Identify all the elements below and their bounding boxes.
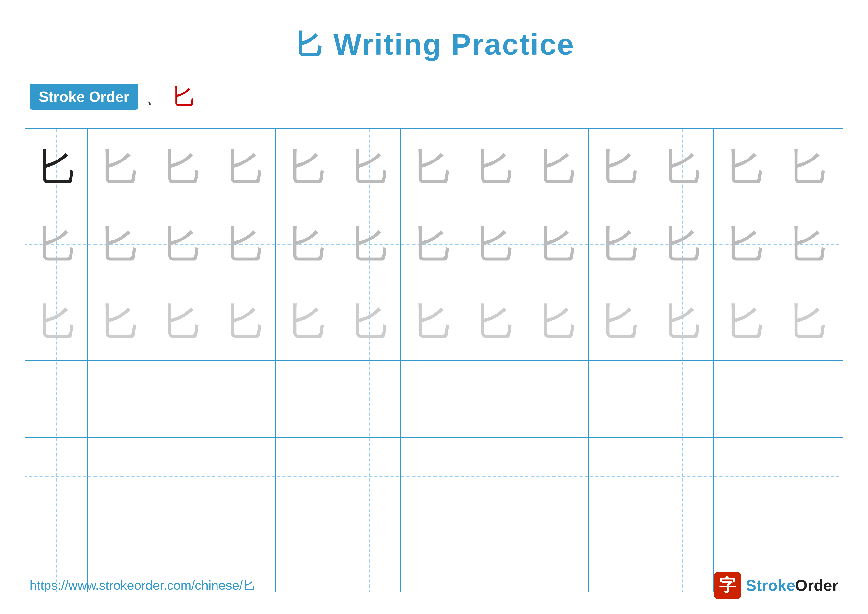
grid-cell: 匕 bbox=[88, 129, 150, 205]
grid-cell-empty bbox=[714, 438, 777, 515]
grid-row-1: 匕 匕 匕 匕 匕 匕 匕 匕 匕 匕 匕 匕 匕 bbox=[25, 129, 843, 206]
grid-cell: 匕 bbox=[589, 206, 651, 283]
grid-cell-empty bbox=[150, 438, 213, 515]
grid-cell: 匕 bbox=[213, 206, 276, 283]
grid-cell: 匕 bbox=[338, 283, 401, 360]
grid-cell: 匕 bbox=[338, 206, 401, 283]
grid-row-3: 匕 匕 匕 匕 匕 匕 匕 匕 匕 匕 匕 匕 匕 bbox=[25, 283, 843, 361]
grid-cell-empty bbox=[651, 515, 714, 592]
stroke-order-badge: Stroke Order bbox=[30, 84, 138, 110]
grid-cell: 匕 bbox=[777, 129, 839, 205]
grid-cell: 匕 bbox=[401, 129, 463, 205]
grid-cell-empty bbox=[526, 515, 589, 592]
grid-cell-empty bbox=[338, 361, 401, 437]
grid-cell: 匕 bbox=[463, 129, 526, 205]
grid-cell: 匕 bbox=[25, 206, 88, 283]
grid-cell: 匕 bbox=[714, 206, 777, 283]
grid-cell-empty bbox=[463, 438, 526, 515]
grid-cell-empty bbox=[651, 438, 714, 515]
grid-cell-empty bbox=[463, 515, 526, 592]
grid-cell: 匕 bbox=[589, 283, 651, 360]
stroke1-char: 、 bbox=[146, 85, 164, 109]
grid-cell-empty bbox=[589, 515, 651, 592]
title-text: 匕 Writing Practice bbox=[293, 28, 575, 61]
page-title: 匕 Writing Practice bbox=[0, 0, 868, 80]
grid-cell-empty bbox=[338, 515, 401, 592]
grid-cell: 匕 bbox=[526, 283, 589, 360]
grid-cell: 匕 bbox=[150, 129, 213, 205]
grid-cell: 匕 bbox=[88, 283, 150, 360]
grid-cell-empty bbox=[213, 361, 276, 437]
grid-row-2: 匕 匕 匕 匕 匕 匕 匕 匕 匕 匕 匕 匕 匕 bbox=[25, 206, 843, 283]
grid-cell-empty bbox=[276, 438, 338, 515]
grid-cell-empty bbox=[25, 438, 88, 515]
grid-cell: 匕 bbox=[589, 129, 651, 205]
grid-cell: 匕 bbox=[651, 206, 714, 283]
grid-row-5 bbox=[25, 438, 843, 515]
grid-cell-empty bbox=[651, 361, 714, 437]
grid-cell: 匕 bbox=[276, 206, 338, 283]
grid-cell: 匕 bbox=[777, 283, 839, 360]
char-dark: 匕 bbox=[36, 146, 78, 188]
practice-grid: 匕 匕 匕 匕 匕 匕 匕 匕 匕 匕 匕 匕 匕 匕 匕 匕 匕 匕 匕 匕 … bbox=[25, 128, 843, 592]
stroke-order-section: Stroke Order 、 匕 bbox=[0, 80, 868, 113]
grid-cell-empty bbox=[777, 361, 839, 437]
grid-cell-empty bbox=[777, 438, 839, 515]
logo-name: StrokeOrder bbox=[746, 576, 838, 595]
grid-cell-empty bbox=[589, 438, 651, 515]
grid-cell: 匕 bbox=[463, 206, 526, 283]
grid-cell: 匕 bbox=[150, 206, 213, 283]
grid-cell-empty bbox=[88, 361, 150, 437]
grid-cell: 匕 bbox=[526, 129, 589, 205]
grid-cell-empty bbox=[589, 361, 651, 437]
grid-cell-empty bbox=[714, 361, 777, 437]
stroke2-char: 匕 bbox=[171, 80, 196, 113]
grid-cell: 匕 bbox=[651, 129, 714, 205]
grid-cell-empty bbox=[401, 438, 463, 515]
grid-cell-empty bbox=[338, 438, 401, 515]
grid-cell-r1c1: 匕 bbox=[25, 129, 88, 205]
grid-cell-empty bbox=[88, 438, 150, 515]
grid-cell: 匕 bbox=[526, 206, 589, 283]
grid-cell: 匕 bbox=[276, 129, 338, 205]
grid-cell: 匕 bbox=[714, 283, 777, 360]
footer-logo: 字 StrokeOrder bbox=[714, 572, 838, 599]
grid-cell-empty bbox=[276, 515, 338, 592]
grid-cell: 匕 bbox=[338, 129, 401, 205]
grid-cell: 匕 bbox=[714, 129, 777, 205]
grid-cell: 匕 bbox=[276, 283, 338, 360]
logo-icon: 字 bbox=[714, 572, 741, 599]
grid-cell: 匕 bbox=[401, 206, 463, 283]
grid-cell-empty bbox=[276, 361, 338, 437]
grid-cell-empty bbox=[150, 361, 213, 437]
grid-cell: 匕 bbox=[401, 283, 463, 360]
footer-url[interactable]: https://www.strokeorder.com/chinese/匕 bbox=[30, 577, 256, 594]
grid-cell: 匕 bbox=[150, 283, 213, 360]
grid-cell-empty bbox=[25, 361, 88, 437]
grid-cell: 匕 bbox=[88, 206, 150, 283]
grid-cell-empty bbox=[526, 361, 589, 437]
grid-cell: 匕 bbox=[463, 283, 526, 360]
grid-row-4 bbox=[25, 361, 843, 438]
grid-cell: 匕 bbox=[213, 283, 276, 360]
grid-cell-empty bbox=[401, 361, 463, 437]
grid-cell: 匕 bbox=[25, 283, 88, 360]
grid-cell-empty bbox=[526, 438, 589, 515]
grid-cell: 匕 bbox=[651, 283, 714, 360]
grid-cell: 匕 bbox=[213, 129, 276, 205]
grid-cell-empty bbox=[401, 515, 463, 592]
grid-cell: 匕 bbox=[777, 206, 839, 283]
grid-cell-empty bbox=[213, 438, 276, 515]
grid-cell-empty bbox=[463, 361, 526, 437]
